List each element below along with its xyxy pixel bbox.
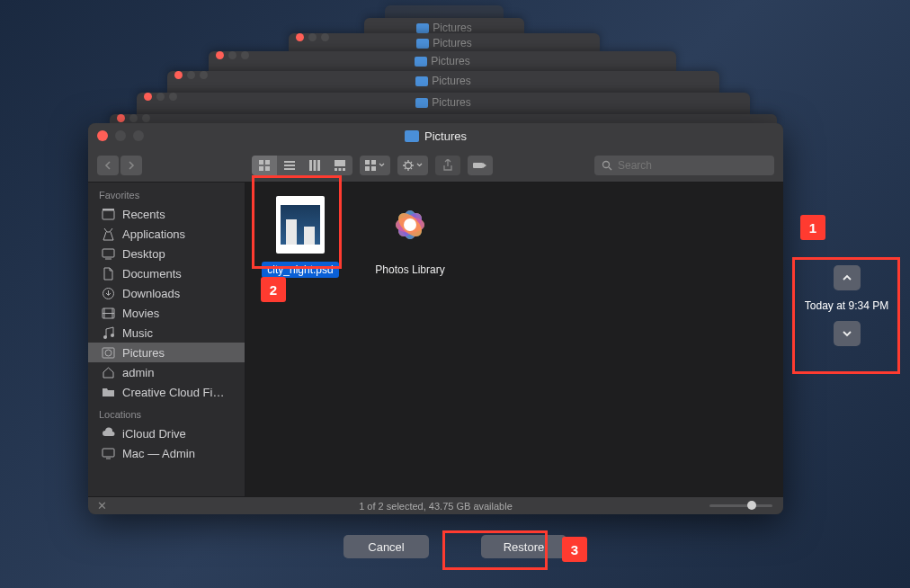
column-view-button[interactable] [302, 156, 327, 175]
sidebar-item-label: admin [122, 366, 154, 379]
svg-rect-1 [265, 160, 270, 165]
tags-button[interactable] [468, 156, 493, 175]
svg-rect-9 [317, 160, 320, 171]
zoom-dot[interactable] [133, 130, 144, 141]
folder-icon [101, 385, 115, 399]
close-icon[interactable]: ✕ [97, 499, 107, 512]
svg-rect-0 [259, 160, 263, 165]
svg-rect-17 [371, 166, 376, 171]
sidebar-item-label: Creative Cloud Fi… [122, 386, 224, 399]
gallery-view-button[interactable] [327, 156, 352, 175]
sidebar-item-pictures[interactable]: Pictures [88, 343, 245, 362]
svg-rect-16 [365, 166, 370, 171]
annotation-number-3: 3 [562, 537, 587, 562]
sidebar-item-desktop[interactable]: Desktop [88, 244, 245, 263]
sidebar-item-mac[interactable]: Mac — Admin [88, 443, 245, 463]
svg-rect-23 [103, 249, 114, 257]
stack-title: Pictures [432, 96, 470, 109]
svg-rect-2 [259, 166, 263, 171]
stack-title: Pictures [433, 22, 471, 34]
annotation-number-2: 2 [261, 277, 286, 302]
view-mode-group [252, 156, 352, 175]
music-icon [101, 325, 115, 340]
sidebar-item-label: Pictures [122, 346, 165, 360]
close-dot[interactable] [97, 130, 108, 141]
sidebar-item-documents[interactable]: Documents [88, 263, 245, 283]
sidebar-section-favorites: Favorites [88, 183, 245, 204]
status-text: 1 of 2 selected, 43.75 GB available [359, 501, 513, 512]
sidebar-item-label: Music [122, 326, 153, 340]
sidebar-section-locations: Locations [88, 402, 245, 423]
svg-rect-8 [314, 160, 317, 171]
finder-window: Pictures Favorites Recents Applications [88, 123, 783, 514]
annotation-box-1 [792, 257, 900, 374]
recents-icon [101, 207, 115, 221]
folder-icon [405, 130, 419, 142]
sidebar-item-creative-cloud[interactable]: Creative Cloud Fi… [88, 382, 245, 402]
sidebar-item-music[interactable]: Music [88, 323, 245, 343]
photos-library-icon [379, 193, 442, 256]
search-input[interactable] [618, 159, 767, 172]
minimize-dot[interactable] [115, 130, 126, 141]
downloads-icon [101, 286, 115, 300]
svg-rect-21 [103, 210, 114, 219]
svg-rect-5 [284, 165, 295, 166]
stack-title: Pictures [433, 37, 471, 49]
annotation-box-2 [252, 175, 342, 269]
svg-rect-13 [343, 168, 345, 171]
svg-rect-15 [371, 160, 376, 165]
forward-button[interactable] [120, 156, 142, 175]
sidebar-item-label: Movies [122, 307, 159, 320]
titlebar: Pictures [88, 123, 783, 148]
svg-rect-19 [473, 163, 483, 168]
svg-point-29 [105, 350, 112, 356]
share-button[interactable] [435, 156, 460, 175]
annotation-box-3 [442, 530, 548, 570]
back-button[interactable] [97, 156, 119, 175]
sidebar-item-icloud[interactable]: iCloud Drive [88, 423, 245, 443]
svg-point-39 [404, 218, 416, 231]
movies-icon [101, 306, 115, 320]
svg-rect-3 [265, 166, 270, 171]
home-icon [101, 365, 115, 379]
toolbar [88, 148, 783, 183]
stack-title: Pictures [432, 75, 470, 87]
applications-icon [101, 227, 115, 241]
zoom-slider[interactable] [709, 504, 772, 507]
svg-rect-22 [103, 209, 114, 210]
desktop-icon [101, 246, 115, 261]
documents-icon [101, 266, 115, 281]
mac-icon [101, 446, 115, 460]
file-label: Photos Library [370, 262, 450, 278]
sidebar-item-recents[interactable]: Recents [88, 204, 245, 224]
status-bar: ✕ 1 of 2 selected, 43.75 GB available [88, 496, 783, 514]
icon-view-button[interactable] [252, 156, 277, 175]
group-by-button[interactable] [360, 156, 390, 175]
cancel-button[interactable]: Cancel [343, 535, 429, 558]
sidebar-item-label: Mac — Admin [122, 447, 195, 460]
list-view-button[interactable] [277, 156, 302, 175]
pictures-icon [101, 345, 115, 360]
action-button[interactable] [397, 156, 428, 175]
sidebar-item-label: Downloads [122, 287, 180, 300]
sidebar-item-admin[interactable]: admin [88, 362, 245, 382]
svg-rect-7 [309, 160, 312, 171]
svg-rect-11 [335, 168, 337, 171]
icloud-icon [101, 426, 115, 441]
svg-point-18 [406, 162, 412, 168]
sidebar: Favorites Recents Applications Desktop D… [88, 183, 245, 496]
sidebar-item-downloads[interactable]: Downloads [88, 283, 245, 303]
svg-rect-6 [284, 168, 295, 170]
svg-rect-4 [284, 161, 295, 163]
annotation-number-1: 1 [800, 215, 825, 240]
sidebar-item-label: iCloud Drive [122, 427, 186, 441]
sidebar-item-movies[interactable]: Movies [88, 303, 245, 323]
svg-rect-14 [365, 160, 370, 165]
search-box[interactable] [594, 156, 774, 175]
sidebar-item-applications[interactable]: Applications [88, 224, 245, 244]
svg-rect-10 [335, 160, 345, 166]
file-item-photos[interactable]: Photos Library [366, 193, 454, 278]
svg-point-20 [603, 161, 610, 167]
svg-point-27 [111, 334, 114, 337]
svg-rect-12 [339, 168, 342, 171]
